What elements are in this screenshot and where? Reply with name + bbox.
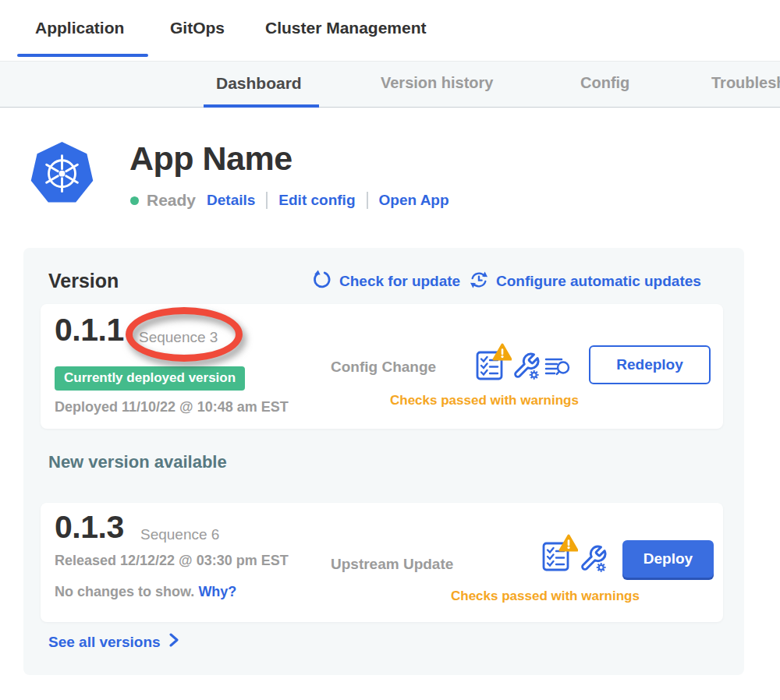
primary-tab-gitops[interactable]: GitOps — [170, 19, 225, 37]
sub-tab-version-history[interactable]: Version history — [381, 74, 494, 92]
preflight-checks-warning-icon[interactable] — [474, 343, 512, 385]
divider — [266, 192, 268, 209]
open-app-link[interactable]: Open App — [379, 192, 449, 209]
chevron-right-icon — [168, 633, 179, 651]
active-primary-tab-underline — [17, 54, 148, 57]
change-type-label: Config Change — [331, 359, 436, 376]
no-changes-label: No changes to show. — [55, 584, 194, 599]
edit-config-wrench-icon[interactable] — [579, 544, 608, 576]
release-notes-search-icon[interactable] — [544, 354, 571, 384]
see-all-versions-link[interactable]: See all versions — [48, 633, 179, 651]
configure-automatic-updates-button[interactable]: Configure automatic updates — [469, 270, 701, 293]
primary-nav: Application GitOps Cluster Management — [0, 0, 780, 61]
new-version-number: 0.1.3 — [55, 509, 124, 546]
auto-update-clock-icon — [469, 270, 489, 293]
current-version-card: 0.1.1 Sequence 3 Currently deployed vers… — [41, 304, 723, 429]
sub-tab-dashboard[interactable]: Dashboard — [216, 74, 302, 93]
change-type-label-new: Upstream Update — [331, 556, 453, 573]
new-version-card: 0.1.3 Sequence 6 Released 12/12/22 @ 03:… — [41, 503, 723, 622]
details-link[interactable]: Details — [207, 192, 255, 209]
checks-status-current: Checks passed with warnings — [390, 393, 579, 408]
new-version-sequence: Sequence 6 — [140, 526, 219, 543]
app-title: App Name — [129, 140, 292, 178]
currently-deployed-badge: Currently deployed version — [55, 366, 245, 391]
current-version-sequence: Sequence 3 — [139, 329, 218, 346]
primary-tab-application[interactable]: Application — [35, 19, 124, 37]
deployed-timestamp: Deployed 11/10/22 @ 10:48 am EST — [55, 399, 289, 415]
new-version-available-heading: New version available — [48, 452, 227, 472]
checks-status-new: Checks passed with warnings — [451, 589, 640, 604]
status-dot-icon — [130, 196, 139, 205]
kubernetes-logo-icon — [29, 138, 95, 207]
see-all-versions-label: See all versions — [48, 634, 161, 651]
divider — [367, 192, 368, 209]
redeploy-button[interactable]: Redeploy — [589, 345, 711, 384]
sub-tab-troubleshoot[interactable]: Troubleshoot — [711, 74, 780, 92]
app-status-row: Ready Details Edit config Open App — [130, 189, 449, 211]
check-for-update-label: Check for update — [339, 273, 460, 290]
app-status: Ready — [147, 191, 196, 210]
edit-config-wrench-icon[interactable] — [512, 352, 541, 384]
no-changes-text: No changes to show. Why? — [55, 584, 236, 600]
active-sub-tab-underline — [204, 104, 319, 108]
current-version-number: 0.1.1 — [55, 312, 124, 348]
deploy-button[interactable]: Deploy — [622, 540, 714, 578]
version-panel: Version Check for update — [23, 248, 744, 675]
version-heading: Version — [48, 270, 119, 292]
sub-tab-config[interactable]: Config — [580, 74, 629, 92]
app-sub-nav: Dashboard Version history Config Trouble… — [0, 61, 780, 108]
app-dashboard-page: Application GitOps Cluster Management Da… — [0, 0, 780, 700]
check-for-update-button[interactable]: Check for update — [312, 270, 460, 293]
why-link[interactable]: Why? — [198, 584, 236, 599]
primary-tab-cluster-management[interactable]: Cluster Management — [265, 19, 427, 37]
edit-config-link[interactable]: Edit config — [278, 192, 355, 209]
refresh-icon — [312, 270, 332, 293]
released-timestamp: Released 12/12/22 @ 03:30 pm EST — [55, 553, 289, 569]
configure-automatic-updates-label: Configure automatic updates — [496, 273, 701, 290]
preflight-checks-warning-icon[interactable] — [541, 534, 578, 576]
